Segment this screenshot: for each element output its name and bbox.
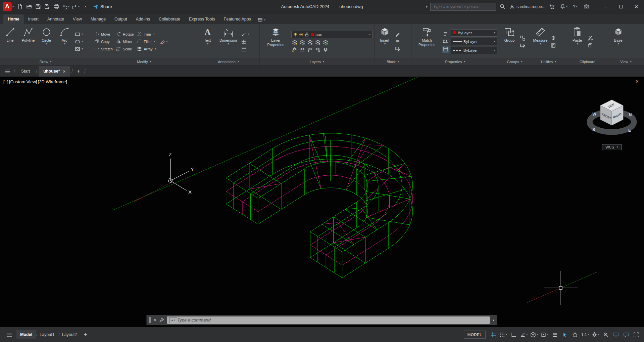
drawing-canvas[interactable]: Z Y X — [0, 77, 644, 327]
selection-cycling-toggle[interactable] — [560, 330, 569, 340]
minimize-button[interactable]: – — [598, 0, 613, 13]
snap-mode-toggle[interactable]: ▾ — [498, 330, 508, 340]
ribbon-tab[interactable]: Home — [3, 14, 24, 24]
layer-state-button[interactable] — [314, 46, 321, 52]
layer-properties-button[interactable]: Layer Properties — [261, 26, 290, 57]
workspace-switching-button[interactable]: ▾ — [591, 330, 600, 340]
new-file-button[interactable] — [15, 2, 24, 11]
layer-combo[interactable]: aux ▾ — [291, 31, 373, 38]
layout-tab[interactable]: Model — [16, 330, 36, 339]
ribbon-tab[interactable]: Featured Apps — [219, 14, 255, 24]
ribbon-tab[interactable]: Output — [110, 14, 132, 24]
panel-clipboard-footer[interactable]: Clipboard — [567, 58, 608, 66]
ribbon-tab[interactable]: Collaborate — [154, 14, 185, 24]
measure-button[interactable]: Measure ▾ — [532, 26, 549, 57]
app-menu-chevron-icon[interactable]: ▾ — [12, 5, 14, 8]
ribbon-display-options-button[interactable]: ▾ — [258, 18, 265, 22]
rotate-button[interactable]: Rotate — [115, 31, 135, 37]
viewport-visual-style-control[interactable]: [2D Wireframe] — [38, 79, 67, 84]
ribbon-tab[interactable]: Manage — [86, 14, 110, 24]
panel-block-footer[interactable]: Block▾ — [375, 58, 411, 66]
group-edit-button[interactable] — [519, 42, 526, 48]
object-color-combo[interactable]: ByLayer ▾ — [451, 29, 497, 37]
panel-groups-footer[interactable]: Groups▾ — [499, 58, 530, 66]
base-view-button[interactable]: Base ▾ — [610, 26, 627, 57]
layer-walk-button[interactable] — [299, 46, 306, 52]
cart-icon[interactable] — [548, 2, 556, 11]
panel-modify-footer[interactable]: Modify▾ — [91, 58, 197, 66]
grid-display-toggle[interactable] — [488, 330, 498, 340]
arc-button[interactable]: Arc ▾ — [56, 26, 73, 57]
panel-layers-footer[interactable]: Layers▾ — [260, 58, 374, 66]
match-properties-button[interactable]: Match Properties — [413, 26, 441, 57]
layer-previous-button[interactable] — [307, 46, 313, 52]
mirror-button[interactable]: Mirror — [115, 38, 135, 45]
search-icon[interactable] — [498, 2, 507, 11]
isolate-objects-button[interactable] — [601, 330, 610, 340]
plot-button[interactable] — [52, 2, 60, 11]
array-button[interactable]: Array▾ — [136, 46, 157, 52]
insert-block-button[interactable]: Insert ▾ — [376, 26, 393, 57]
lineweight-toggle[interactable] — [550, 330, 559, 340]
scale-button[interactable]: Scale — [115, 46, 135, 52]
transparency-button[interactable] — [442, 38, 449, 44]
open-file-button[interactable] — [24, 2, 33, 11]
command-line[interactable]: × ▸▾ ▴ — [146, 315, 497, 325]
notifications-icon[interactable]: ▾ — [559, 2, 568, 11]
command-history-toggle-icon[interactable]: ▴ — [493, 318, 494, 322]
text-button[interactable]: A Text ▾ — [199, 26, 216, 57]
id-point-button[interactable] — [550, 35, 557, 41]
screenshot-icon[interactable] — [582, 2, 591, 11]
layer-off-button[interactable] — [291, 39, 298, 45]
paste-button[interactable]: Paste ▾ — [569, 26, 586, 57]
layer-merge-button[interactable] — [322, 46, 329, 52]
search-flyout-icon[interactable]: ▸ — [426, 4, 428, 9]
circle-button[interactable]: Circle ▾ — [38, 26, 55, 57]
ortho-toggle[interactable] — [509, 330, 518, 340]
ellipse-button[interactable]: ▾ — [74, 39, 84, 45]
layer-freeze-button[interactable] — [307, 39, 313, 45]
isometric-drafting-toggle[interactable]: ▾ — [529, 330, 539, 340]
app-logo[interactable]: A — [3, 2, 12, 11]
file-tab-start[interactable]: Start — [16, 66, 35, 77]
hatch-button[interactable]: ▾ — [74, 46, 84, 52]
annotation-extra-button[interactable] — [241, 46, 250, 52]
wcs-button[interactable]: WCS ▾ — [602, 144, 622, 150]
polyline-button[interactable]: Polyline — [20, 26, 37, 57]
copy-clip-button[interactable] — [587, 42, 594, 48]
search-input[interactable] — [433, 4, 493, 9]
fillet-button[interactable]: Fillet▾ — [136, 38, 157, 45]
annotation-scale-button[interactable]: 1:1▾ — [580, 330, 590, 340]
group-button[interactable]: Group — [501, 26, 518, 57]
save-as-button[interactable] — [43, 2, 51, 11]
ribbon-tab[interactable]: View — [68, 14, 86, 24]
trim-button[interactable]: Trim▾ — [136, 31, 157, 37]
command-line-grip[interactable] — [149, 317, 151, 323]
compass-s-label[interactable]: S — [592, 127, 595, 132]
create-block-button[interactable] — [394, 39, 401, 45]
layer-lock-button[interactable] — [314, 39, 321, 45]
panel-properties-footer[interactable]: Properties▾ — [411, 58, 499, 66]
help-button[interactable]: ?▾ — [571, 2, 580, 11]
hardware-acceleration-toggle[interactable] — [611, 330, 621, 340]
uhouse-wireframe[interactable] — [226, 133, 413, 278]
ribbon-tab[interactable]: Insert — [24, 14, 43, 24]
linetype-combo[interactable]: ByLayer ▾ — [451, 47, 497, 54]
statusbar-menu-button[interactable] — [3, 332, 15, 338]
lineweight-combo[interactable]: ByLayer ▾ — [451, 38, 497, 45]
table-button[interactable] — [241, 39, 250, 45]
layer-isolate-button[interactable] — [299, 39, 306, 45]
user-account-button[interactable]: carolina.roque... — [509, 4, 545, 9]
customize-wrench-icon[interactable] — [159, 317, 164, 323]
stretch-button[interactable]: Stretch — [93, 46, 114, 52]
annotation-visibility-toggle[interactable] — [570, 330, 580, 340]
layout-tab[interactable]: Layout2 — [58, 330, 81, 339]
new-drawing-tab-button[interactable]: + — [74, 68, 83, 75]
viewport-close-button[interactable]: × — [636, 79, 639, 85]
layout-tab[interactable]: Layout1 — [36, 330, 58, 339]
layer-match-button[interactable] — [322, 39, 329, 45]
viewport-view-control[interactable]: [Custom View] — [9, 79, 37, 84]
erase-button[interactable]: ▾ — [159, 39, 168, 45]
qat-customize-button[interactable]: ▾ — [81, 2, 90, 11]
panel-draw-footer[interactable]: Draw▾ — [0, 58, 91, 66]
